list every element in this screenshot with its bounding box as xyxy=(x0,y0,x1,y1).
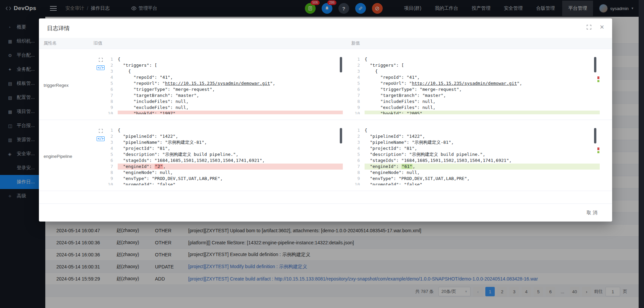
code-line: 2 "triggers": [ xyxy=(106,62,343,68)
line-number: 1 xyxy=(106,127,118,133)
code-line: 3 "pipelineName": "示例构建定义-81", xyxy=(353,139,600,145)
line-number: 3 xyxy=(353,68,365,74)
line-number: 2 xyxy=(353,62,365,68)
code-line: 1{ xyxy=(353,127,600,133)
cancel-button[interactable]: 取 消 xyxy=(587,210,597,216)
line-number: 6 xyxy=(353,158,365,164)
attr-name: enginePipeline xyxy=(39,127,94,185)
dialog-footer: 取 消 xyxy=(39,203,612,222)
code-line: 2 "pipelineId": "1422", xyxy=(106,133,343,139)
code-line: 5 "description": "示例构建定义 build pipeline.… xyxy=(106,151,343,158)
code-line: 6 "triggerType": "merge-request", xyxy=(106,86,343,93)
code-line: 10 "promoteId": "false", xyxy=(353,182,600,185)
new-value-cell: 1{2 "pipelineId": "1422",3 "pipelineName… xyxy=(351,127,612,185)
editor-scrollbar-thumb[interactable] xyxy=(340,57,342,72)
line-number: 4 xyxy=(106,145,118,151)
close-icon[interactable]: × xyxy=(600,24,604,30)
dialog-header: 日志详情 × xyxy=(39,18,612,38)
code-link[interactable]: http://10.15.15.235/sysadmin/demowar.git xyxy=(165,81,270,86)
code-line: 6 "triggerType": "merge-request", xyxy=(353,86,600,93)
code-line: 10 "hookId": "2005", xyxy=(353,111,600,114)
editor-scrollbar-thumb[interactable] xyxy=(594,128,596,143)
line-number: 5 xyxy=(106,80,118,86)
line-number: 2 xyxy=(106,62,118,68)
diff-row: enginePipeline</>1{2 "pipelineId": "1422… xyxy=(39,120,612,191)
line-number: 7 xyxy=(106,164,118,170)
fullscreen-icon[interactable] xyxy=(586,24,592,30)
code-line: 7 "engineId": "2", xyxy=(106,164,343,170)
code-line: 3 { xyxy=(353,68,600,74)
log-detail-dialog: 日志详情 × 属性名 旧值 新值 triggerRegex</>1{2 "tri… xyxy=(39,18,612,222)
code-line: 4 "projectId": "81", xyxy=(106,145,343,151)
code-line: 10 "hookId": "1997", xyxy=(106,111,343,114)
line-number: 10 xyxy=(106,182,118,185)
line-number: 6 xyxy=(106,86,118,93)
page-root: DevOps 安全审计 / 操作日志 管理平台 506 xyxy=(0,0,644,308)
line-number: 7 xyxy=(353,164,365,170)
line-number: 3 xyxy=(353,139,365,145)
editor-toolbar: </> xyxy=(95,56,106,114)
line-number: 10 xyxy=(353,182,365,185)
line-number: 1 xyxy=(106,56,118,62)
code-line: 10 "promoteId": "false", xyxy=(106,182,343,185)
code-line: 6 "stageIds": "1684,1685,1501,1502,1503,… xyxy=(353,158,600,164)
line-number: 9 xyxy=(106,176,118,182)
code-line: 1{ xyxy=(106,56,343,62)
code-line: 9 "envType": "PROD,DEV,SIT,UAT,LAB,PRE", xyxy=(353,176,600,182)
line-number: 1 xyxy=(353,127,365,133)
old-value-cell: </>1{2 "triggers": [3 {4 "repoId": "41",… xyxy=(94,56,351,114)
editor-expand-icon[interactable] xyxy=(99,58,103,62)
code-editor[interactable]: 1{2 "pipelineId": "1422",3 "pipelineName… xyxy=(106,127,343,185)
line-number: 3 xyxy=(106,68,118,74)
code-line: 8 "includeFiles": null, xyxy=(106,99,343,105)
code-editor[interactable]: 1{2 "pipelineId": "1422",3 "pipelineName… xyxy=(353,127,600,185)
code-link[interactable]: http://10.15.15.235/sysadmin/demowar.git xyxy=(412,81,517,86)
editor-scrollbar-thumb[interactable] xyxy=(594,57,596,72)
diff-marker-added xyxy=(597,80,599,82)
diff-row: triggerRegex</>1{2 "triggers": [3 {4 "re… xyxy=(39,49,612,120)
line-number: 6 xyxy=(106,158,118,164)
code-line: 8 "includeFiles": null, xyxy=(353,99,600,105)
line-number: 4 xyxy=(106,74,118,80)
line-number: 9 xyxy=(106,105,118,111)
code-line: 4 "projectId": "81", xyxy=(353,145,600,151)
code-line: 2 "triggers": [ xyxy=(353,62,600,68)
line-number: 5 xyxy=(353,151,365,158)
dialog-title: 日志详情 xyxy=(47,24,70,32)
code-editor[interactable]: 1{2 "triggers": [3 {4 "repoId": "41",5 "… xyxy=(353,56,600,114)
diff-marker-removed xyxy=(597,147,599,150)
code-line: 1{ xyxy=(106,127,343,133)
code-editor[interactable]: 1{2 "triggers": [3 {4 "repoId": "41",5 "… xyxy=(106,56,343,114)
diff-table-header: 属性名 旧值 新值 xyxy=(39,38,612,49)
old-value-cell: </>1{2 "pipelineId": "1422",3 "pipelineN… xyxy=(94,127,351,185)
code-line: 4 "repoId": "41", xyxy=(353,74,600,80)
editor-expand-icon[interactable] xyxy=(99,129,103,133)
code-line: 7 "targetBranch": "master", xyxy=(106,93,343,99)
code-line: 8 "engineNode": null, xyxy=(106,170,343,176)
line-number: 2 xyxy=(106,133,118,139)
editor-scrollbar-thumb[interactable] xyxy=(340,128,342,143)
code-line: 8 "engineNode": null, xyxy=(353,170,600,176)
code-line: 5 "repoUrl": "http://10.15.15.235/sysadm… xyxy=(353,80,600,86)
new-value-cell: 1{2 "triggers": [3 {4 "repoId": "41",5 "… xyxy=(351,56,612,114)
line-number: 8 xyxy=(353,99,365,105)
line-number: 6 xyxy=(353,86,365,93)
code-line: 3 { xyxy=(106,68,343,74)
line-number: 10 xyxy=(353,111,365,114)
attr-name: triggerRegex xyxy=(39,56,94,114)
line-number: 5 xyxy=(106,151,118,158)
code-line: 9 "envType": "PROD,DEV,SIT,UAT,LAB,PRE", xyxy=(106,176,343,182)
column-attr-name: 属性名 xyxy=(39,40,94,46)
line-number: 4 xyxy=(353,145,365,151)
line-number: 8 xyxy=(353,170,365,176)
code-line: 4 "repoId": "41", xyxy=(106,74,343,80)
line-number: 2 xyxy=(353,133,365,139)
diff-marker-removed xyxy=(597,76,599,79)
code-line: 5 "repoUrl": "http://10.15.15.235/sysadm… xyxy=(106,80,343,86)
column-new-value: 新值 xyxy=(351,40,612,46)
editor-code-icon[interactable]: </> xyxy=(97,136,105,141)
line-number: 9 xyxy=(353,176,365,182)
line-number: 3 xyxy=(106,139,118,145)
editor-code-icon[interactable]: </> xyxy=(97,65,105,70)
line-number: 8 xyxy=(106,170,118,176)
